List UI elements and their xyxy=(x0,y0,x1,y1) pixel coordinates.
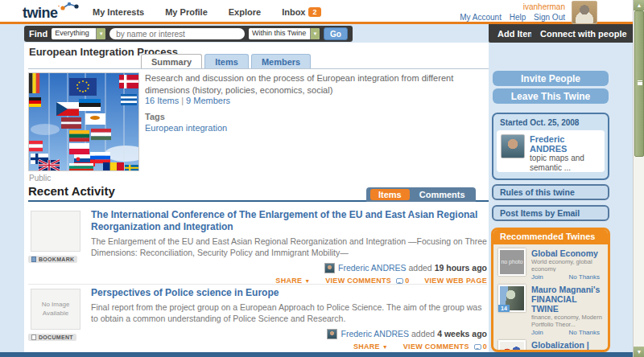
go-button[interactable]: Go xyxy=(324,27,348,40)
no-thanks-link[interactable]: No Thanks xyxy=(568,329,600,336)
recommended-twine-tags: World economy, global economy xyxy=(531,258,603,272)
recommended-twine-link[interactable]: Globalization | Trade and Finance xyxy=(531,340,603,352)
item-meta: Frederic ANDRES added 4 weeks ago xyxy=(91,329,487,339)
account-links: My Account Help Sign Out xyxy=(454,13,565,23)
join-link[interactable]: Join xyxy=(531,329,543,336)
bookmark-icon xyxy=(31,256,36,262)
item-actions: SHARE ▼ VIEW COMMENTS0 xyxy=(91,343,487,351)
search-input[interactable] xyxy=(109,28,245,39)
leave-twine-button[interactable]: Leave This Twine xyxy=(493,88,609,104)
join-row: Join No Thanks xyxy=(531,273,603,281)
scroll-up-icon[interactable]: ▲ xyxy=(634,0,644,10)
recent-activity-heading: Recent Activity xyxy=(28,184,115,198)
owner-avatar[interactable] xyxy=(501,134,525,158)
document-icon xyxy=(31,334,36,340)
help-link[interactable]: Help xyxy=(510,13,526,22)
twine-tabs: Summary Items Members xyxy=(141,54,311,68)
item-title-link[interactable]: Perspectives of Police science in Europe xyxy=(91,287,487,299)
chevron-down-icon: ▼ xyxy=(310,28,320,39)
recommended-twines-box: Recommended Twines no photo Global Econo… xyxy=(491,228,610,352)
no-thanks-link[interactable]: No Thanks xyxy=(568,273,600,281)
post-items-by-email-button[interactable]: Post Items by Email xyxy=(492,205,609,221)
nav-explore[interactable]: Explore xyxy=(229,7,261,17)
nav-inbox[interactable]: Inbox2 xyxy=(282,7,320,17)
nav-my-profile[interactable]: My Profile xyxy=(165,7,208,17)
twine-logo[interactable]: twine˙ xyxy=(23,6,60,20)
author-avatar xyxy=(327,329,337,339)
item-title-link[interactable]: The International Conference of The Enla… xyxy=(91,209,487,233)
item-thumbnail-no-image: No Image Available xyxy=(31,289,80,330)
eu-flags-image xyxy=(28,72,139,171)
recommended-twine-link[interactable]: Mauro Magnani's FINANCIAL TWINE xyxy=(531,285,603,314)
recommended-twine-link[interactable]: Global Economy xyxy=(531,248,603,258)
item-timestamp: 19 hours ago xyxy=(435,263,487,273)
item-body: The International Conference of The Enla… xyxy=(91,209,487,285)
comment-count: 0 xyxy=(483,343,487,351)
scope-select-value: Everything xyxy=(52,28,96,39)
account-area: ivanherman My Account Help Sign Out xyxy=(454,2,565,23)
share-button[interactable]: SHARE ▼ xyxy=(353,343,388,351)
tab-divider xyxy=(28,68,489,69)
find-label: Find xyxy=(29,29,47,39)
username-label: ivanherman xyxy=(454,2,565,13)
scope-select[interactable]: Everything ▼ xyxy=(52,28,105,39)
visibility-label: Public xyxy=(29,174,51,183)
item-body: Perspectives of Police science in Europe… xyxy=(91,287,487,351)
tab-items[interactable]: Items xyxy=(204,54,249,68)
author-link[interactable]: Frederic ANDRES xyxy=(338,263,407,273)
eu-flags-graphic xyxy=(29,73,138,170)
sign-out-link[interactable]: Sign Out xyxy=(534,13,565,22)
twine-molecule-icon xyxy=(60,1,80,10)
recommended-entry-3: Globalization | Trade and Finance World … xyxy=(493,336,608,352)
members-count-link[interactable]: 9 Members xyxy=(186,96,230,105)
nav-my-interests[interactable]: My Interests xyxy=(93,7,144,17)
scroll-down-icon[interactable]: ▼ xyxy=(634,347,644,357)
vertical-scrollbar[interactable]: ▲ ▼ xyxy=(633,0,644,357)
context-select[interactable]: Within this Twine ▼ xyxy=(249,28,320,39)
bottom-bar xyxy=(0,352,633,357)
entry-info: Global Economy World economy, global eco… xyxy=(531,248,603,281)
tag-european-integration[interactable]: European integration xyxy=(145,123,227,133)
item-thumbnail xyxy=(31,211,80,252)
inbox-count-badge: 2 xyxy=(308,7,320,17)
view-comments-button[interactable]: VIEW COMMENTS0 xyxy=(403,343,487,351)
owner-info: Frederic ANDRES topic maps and semantic … xyxy=(530,134,601,168)
owner-bio: topic maps and semantic ... xyxy=(530,154,601,173)
added-label: added xyxy=(409,263,432,273)
user-avatar[interactable] xyxy=(572,1,597,24)
context-select-value: Within this Twine xyxy=(249,28,310,39)
owner-name-link[interactable]: Frederic ANDRES xyxy=(530,134,601,154)
join-link[interactable]: Join xyxy=(531,273,543,281)
toggle-comments-tab[interactable]: Comments xyxy=(413,189,472,200)
no-photo-thumbnail: no photo xyxy=(498,248,526,276)
connect-with-people-button[interactable]: Connect with people xyxy=(531,24,636,43)
recommended-entry-1: no photo Global Economy World economy, g… xyxy=(493,244,608,281)
share-label: SHARE xyxy=(353,343,380,351)
my-account-link[interactable]: My Account xyxy=(460,13,502,22)
twine-page: twine˙ My Interests My Profile Explore I… xyxy=(0,0,644,357)
document-type-badge: DOCUMENT xyxy=(28,334,76,341)
member-count-badge: 14 xyxy=(498,305,510,312)
chevron-down-icon: ▼ xyxy=(96,28,105,39)
author-link[interactable]: Frederic ANDRES xyxy=(341,329,409,339)
caret-down-icon: ▼ xyxy=(382,344,388,350)
top-header: twine˙ My Interests My Profile Explore I… xyxy=(0,0,633,24)
activity-item-2: No Image Available DOCUMENT Perspectives… xyxy=(28,287,487,351)
nav-inbox-label: Inbox xyxy=(282,7,305,17)
rules-of-twine-button[interactable]: Rules of this twine xyxy=(492,184,609,200)
twine-counts: 16 Items|9 Members xyxy=(145,96,230,105)
item-description: Final report from the project group on a… xyxy=(91,302,487,324)
tab-summary[interactable]: Summary xyxy=(141,54,202,68)
comment-bubble-icon xyxy=(474,344,481,350)
toggle-items-tab[interactable]: Items xyxy=(370,189,410,200)
item-timestamp: 4 weeks ago xyxy=(437,329,487,339)
items-count-link[interactable]: 16 Items xyxy=(145,96,179,105)
item-meta: Frederic ANDRES added 19 hours ago xyxy=(91,263,487,273)
scrollbar-thumb[interactable] xyxy=(634,10,644,157)
twine-thumbnail: 14 xyxy=(498,285,526,312)
invite-people-button[interactable]: Invite People xyxy=(493,71,609,86)
type-badge-label: DOCUMENT xyxy=(39,334,73,340)
tab-members[interactable]: Members xyxy=(251,54,311,68)
find-bar: Find Everything ▼ Within this Twine ▼ Go xyxy=(24,26,353,42)
twine-info-box: Started Oct. 25, 2008 Frederic ANDRES to… xyxy=(492,113,609,180)
